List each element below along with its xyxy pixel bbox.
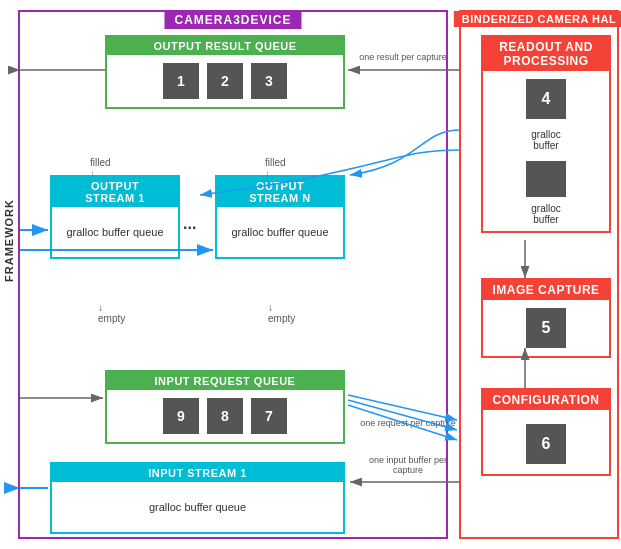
annotation-one-result: one result per capture xyxy=(358,52,448,62)
input-request-queue-title: INPUT REQUEST QUEUE xyxy=(107,372,343,390)
framework-text: FRAMEWORK xyxy=(3,199,15,282)
queue-item-3: 3 xyxy=(251,63,287,99)
output-stream1-content: gralloc buffer queue xyxy=(52,207,178,257)
empty-label-right: ↓empty xyxy=(268,302,295,324)
queue-item-9: 9 xyxy=(163,398,199,434)
output-result-queue: OUTPUT RESULT QUEUE 1 2 3 xyxy=(105,35,345,109)
image-capture-box: IMAGE CAPTURE 5 xyxy=(481,278,611,358)
input-stream1-title: INPUT STREAM 1 xyxy=(52,464,343,482)
output-stream-n-title: OUTPUTSTREAM N xyxy=(217,177,343,207)
diagram-container: FRAMEWORK CAMERA3DEVICE BINDERIZED CAMER… xyxy=(0,0,621,549)
framework-label: FRAMEWORK xyxy=(0,150,18,330)
dots-label: ... xyxy=(183,215,196,233)
readout-box: READOUT ANDPROCESSING 4 grallocbuffer gr… xyxy=(481,35,611,233)
input-stream1: INPUT STREAM 1 gralloc buffer queue xyxy=(50,462,345,534)
output-stream1-title: OUTPUTSTREAM 1 xyxy=(52,177,178,207)
annotation-one-input-buffer: one input buffer per capture xyxy=(358,455,458,475)
readout-number: 4 xyxy=(526,79,566,119)
queue-item-1: 1 xyxy=(163,63,199,99)
readout-title: READOUT ANDPROCESSING xyxy=(483,37,609,71)
configuration-title: CONFIGURATION xyxy=(483,390,609,410)
configuration-box: CONFIGURATION 6 xyxy=(481,388,611,476)
hal-title: BINDERIZED CAMERA HAL xyxy=(454,11,621,27)
queue-item-2: 2 xyxy=(207,63,243,99)
output-result-queue-items: 1 2 3 xyxy=(107,55,343,107)
annotation-one-request: one request per capture xyxy=(358,418,458,428)
output-result-queue-title: OUTPUT RESULT QUEUE xyxy=(107,37,343,55)
camera3device-title: CAMERA3DEVICE xyxy=(164,11,301,29)
queue-item-7: 7 xyxy=(251,398,287,434)
image-capture-title: IMAGE CAPTURE xyxy=(483,280,609,300)
gralloc-label-1: grallocbuffer xyxy=(483,127,609,157)
configuration-number: 6 xyxy=(526,424,566,464)
input-request-queue: INPUT REQUEST QUEUE 9 8 7 xyxy=(105,370,345,444)
empty-label-left: ↓empty xyxy=(98,302,125,324)
queue-item-8: 8 xyxy=(207,398,243,434)
output-stream1: OUTPUTSTREAM 1 gralloc buffer queue xyxy=(50,175,180,259)
image-capture-number: 5 xyxy=(526,308,566,348)
input-stream1-content: gralloc buffer queue xyxy=(52,482,343,532)
gralloc-label-2: grallocbuffer xyxy=(483,201,609,231)
output-stream-n-content: gralloc buffer queue xyxy=(217,207,343,257)
input-request-queue-items: 9 8 7 xyxy=(107,390,343,442)
output-stream-n: OUTPUTSTREAM N gralloc buffer queue xyxy=(215,175,345,259)
